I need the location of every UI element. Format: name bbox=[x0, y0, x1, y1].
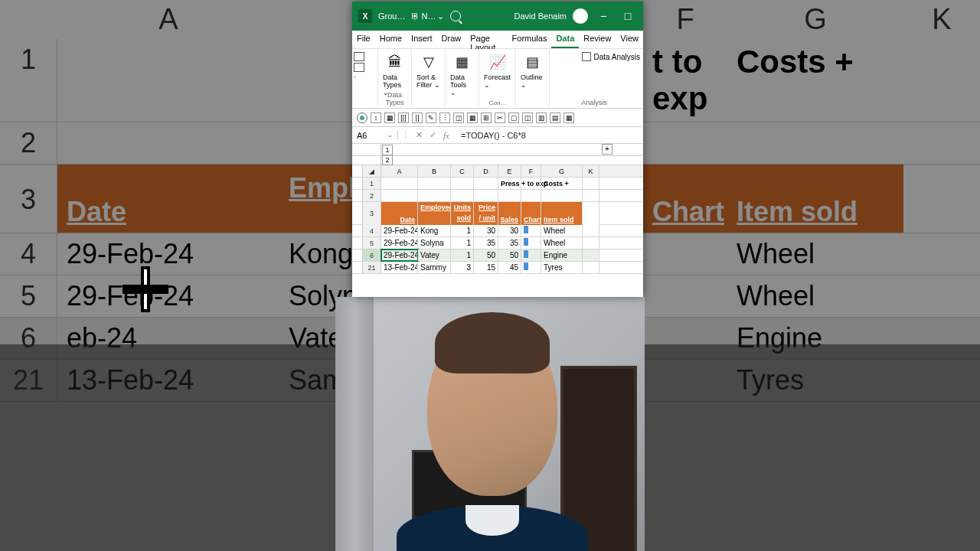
col-G[interactable]: G bbox=[541, 165, 583, 177]
bg-col-K: K bbox=[903, 0, 980, 39]
data-tools-button[interactable]: ▦Data Tools ⌄ bbox=[449, 51, 475, 98]
tab-draw[interactable]: Draw bbox=[437, 31, 466, 48]
minimize-button[interactable]: − bbox=[594, 10, 612, 22]
cell-cursor-plus-icon bbox=[122, 266, 168, 312]
tab-file[interactable]: File bbox=[352, 31, 375, 48]
sort-filter-button[interactable]: ▽Sort & Filter ⌄ bbox=[415, 51, 442, 90]
qat-icon-5[interactable]: |] bbox=[412, 112, 423, 123]
fbar-divider: ⋮ bbox=[398, 130, 412, 140]
qat-icon-7[interactable]: ⋮ bbox=[439, 112, 450, 123]
data-analysis-button[interactable]: Data Analysis bbox=[582, 52, 640, 61]
tab-view[interactable]: View bbox=[616, 31, 643, 48]
webcam-overlay bbox=[335, 297, 645, 551]
bg-col-A: A bbox=[57, 0, 279, 39]
hdr-units[interactable]: Units sold bbox=[451, 202, 474, 225]
sparkline-icon bbox=[524, 226, 539, 233]
enter-formula-icon[interactable]: ✓ bbox=[426, 130, 439, 140]
hdr-price[interactable]: Price / unit bbox=[474, 202, 498, 225]
sparkline-icon bbox=[524, 262, 539, 270]
user-name[interactable]: David Benaim bbox=[514, 11, 567, 21]
formula-input[interactable]: =TODAY() - C6*8 bbox=[453, 131, 526, 140]
qat-icon-11[interactable]: ✂ bbox=[495, 112, 505, 123]
column-outline-bar-2: 2 bbox=[352, 156, 643, 165]
qat-icon-1[interactable] bbox=[357, 112, 368, 123]
col-F[interactable]: F bbox=[521, 165, 541, 177]
bg-hdr-chart: Chart bbox=[643, 165, 727, 233]
qat-icon-14[interactable]: ▥ bbox=[536, 112, 547, 123]
tab-insert[interactable]: Insert bbox=[407, 31, 437, 48]
tab-formulas[interactable]: Formulas bbox=[508, 31, 552, 48]
sparkline-icon bbox=[524, 238, 539, 246]
group-analysis: Analysis bbox=[550, 99, 639, 106]
name-box[interactable]: A6⌄ bbox=[352, 131, 398, 140]
bg-hdr-date: Date bbox=[57, 165, 279, 233]
qat-icon-15[interactable]: ▤ bbox=[550, 112, 560, 123]
col-D[interactable]: D bbox=[474, 165, 498, 177]
autosave-indicator[interactable]: ⛨ N… ⌄ bbox=[411, 11, 444, 21]
excel-window: X Grou… ⛨ N… ⌄ David Benaim − □ File Hom… bbox=[352, 2, 643, 297]
user-avatar[interactable] bbox=[573, 8, 588, 24]
cell-G1[interactable]: Costs + bbox=[541, 178, 583, 189]
tab-review[interactable]: Review bbox=[579, 31, 616, 48]
outline-level-1[interactable]: 1 bbox=[382, 145, 393, 155]
col-B[interactable]: B bbox=[418, 165, 451, 177]
select-all[interactable]: ◢ bbox=[363, 165, 381, 177]
titlebar: X Grou… ⛨ N… ⌄ David Benaim − □ bbox=[352, 2, 643, 31]
tab-data[interactable]: Data bbox=[551, 31, 579, 48]
bg-row-3-num: 3 bbox=[0, 165, 57, 233]
column-outline-bar: 1 + bbox=[352, 144, 643, 156]
bg-col-G: G bbox=[727, 0, 903, 39]
qat-icon-10[interactable]: ⊞ bbox=[481, 112, 492, 123]
outline-expand-col[interactable]: + bbox=[602, 144, 612, 155]
bg-row-5: 5 bbox=[0, 276, 57, 317]
outline-level-2[interactable]: 2 bbox=[382, 155, 393, 165]
ribbon-tabs: File Home Insert Draw Page Layout Formul… bbox=[352, 31, 643, 49]
get-data-icon[interactable] bbox=[354, 52, 364, 61]
col-A[interactable]: A bbox=[381, 165, 418, 177]
hdr-employee[interactable]: Employee bbox=[418, 202, 451, 225]
outline-button[interactable]: ▤Outline ⌄ bbox=[519, 51, 546, 90]
qat-icon-3[interactable]: ▦ bbox=[384, 112, 395, 123]
qat-icon-8[interactable]: ◫ bbox=[453, 112, 464, 123]
qat-icon-9[interactable]: ▦ bbox=[467, 112, 478, 123]
forecast-button[interactable]: 📈Forecast ⌄ bbox=[482, 51, 512, 90]
col-K[interactable]: K bbox=[583, 165, 599, 177]
search-icon[interactable] bbox=[450, 11, 461, 21]
worksheet[interactable]: ◢ A B C D E F G K 1Press + to expCosts +… bbox=[352, 165, 643, 274]
bg-row-1-num: 1 bbox=[0, 39, 57, 122]
cancel-formula-icon[interactable]: ✕ bbox=[412, 130, 426, 140]
bg-r1-G: Costs + bbox=[727, 39, 903, 122]
fx-icon[interactable]: fx bbox=[439, 131, 453, 140]
tab-page-layout[interactable]: Page Layout bbox=[466, 31, 507, 48]
bg-r1-F: t to exp bbox=[643, 39, 727, 122]
bg-row-2-num: 2 bbox=[0, 122, 57, 164]
qat-icon-6[interactable]: ✎ bbox=[426, 112, 436, 123]
bg-hdr-item: Item sold bbox=[727, 165, 903, 233]
excel-app-icon: X bbox=[358, 9, 372, 23]
hdr-chart[interactable]: Chart bbox=[521, 202, 541, 225]
formula-bar: A6⌄ ⋮ ✕ ✓ fx =TODAY() - C6*8 bbox=[352, 127, 643, 144]
quick-access-toolbar: ↕ ▦ [|] |] ✎ ⋮ ◫ ▦ ⊞ ✂ ▢ ◫ ▥ ▤ ▦ bbox=[352, 109, 643, 127]
refresh-icon[interactable] bbox=[354, 63, 364, 72]
qat-icon-13[interactable]: ◫ bbox=[522, 112, 533, 123]
maximize-button[interactable]: □ bbox=[619, 10, 637, 22]
bg-col-F: F bbox=[643, 0, 727, 39]
bg-row-4: 4 bbox=[0, 233, 57, 275]
data-analysis-icon bbox=[582, 52, 591, 61]
group-data-types: Data Types bbox=[378, 91, 411, 106]
document-name[interactable]: Grou… bbox=[378, 11, 405, 21]
hdr-sales[interactable]: Sales bbox=[498, 202, 521, 225]
hdr-date[interactable]: Date bbox=[381, 202, 418, 225]
hdr-item[interactable]: Item sold bbox=[541, 202, 583, 225]
tab-home[interactable]: Home bbox=[375, 31, 407, 48]
qat-icon-2[interactable]: ↕ bbox=[371, 112, 381, 123]
sparkline-icon bbox=[524, 250, 539, 258]
col-E[interactable]: E bbox=[498, 165, 521, 177]
col-C[interactable]: C bbox=[451, 165, 474, 177]
qat-icon-12[interactable]: ▢ bbox=[508, 112, 519, 123]
qat-icon-4[interactable]: [|] bbox=[398, 112, 409, 123]
cell-E1[interactable]: Press + to exp bbox=[498, 178, 521, 189]
ribbon: ‹ Con… 🏛Data Types ⌄ Data Types ▽Sort & … bbox=[352, 49, 643, 109]
qat-icon-16[interactable]: ▦ bbox=[564, 112, 574, 123]
active-cell-A6[interactable]: 29-Feb-24 bbox=[381, 249, 418, 261]
